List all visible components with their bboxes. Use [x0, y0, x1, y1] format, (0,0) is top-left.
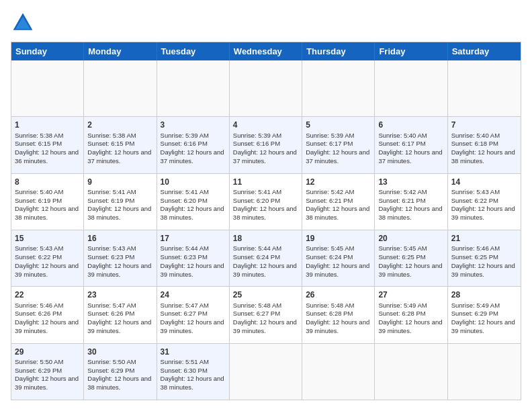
- empty-cell: [230, 60, 302, 116]
- daylight-hours: Daylight: 12 hours and 37 minutes.: [233, 148, 298, 166]
- calendar-row-1: [11, 60, 521, 116]
- day-number: 21: [451, 233, 517, 244]
- logo-icon: [11, 11, 35, 35]
- daylight-hours: Daylight: 12 hours and 36 minutes.: [15, 148, 80, 166]
- day-number: 3: [161, 120, 226, 130]
- daylight-hours: Daylight: 12 hours and 39 minutes.: [306, 318, 371, 336]
- sunset-time: Sunset: 6:26 PM: [87, 310, 152, 318]
- page: SundayMondayTuesdayWednesdayThursdayFrid…: [0, 0, 532, 411]
- daylight-hours: Daylight: 12 hours and 39 minutes.: [233, 318, 298, 336]
- sunset-time: Sunset: 6:25 PM: [378, 253, 443, 262]
- daylight-hours: Daylight: 12 hours and 38 minutes.: [161, 205, 226, 222]
- sunrise-time: Sunrise: 5:38 AM: [15, 132, 80, 140]
- day-number: 30: [87, 347, 152, 357]
- sunrise-time: Sunrise: 5:49 AM: [451, 302, 517, 310]
- daylight-hours: Daylight: 12 hours and 39 minutes.: [15, 262, 80, 279]
- sunrise-time: Sunrise: 5:41 AM: [87, 188, 152, 197]
- daylight-hours: Daylight: 12 hours and 39 minutes.: [451, 205, 517, 222]
- header-day-tuesday: Tuesday: [157, 42, 230, 60]
- header-day-sunday: Sunday: [11, 42, 84, 60]
- sunrise-time: Sunrise: 5:42 AM: [306, 188, 371, 197]
- day-number: 20: [378, 233, 443, 244]
- day-number: 28: [451, 289, 517, 300]
- calendar-row-5: 22Sunrise: 5:46 AMSunset: 6:26 PMDayligh…: [11, 286, 521, 342]
- day-number: 26: [306, 289, 371, 300]
- daylight-hours: Daylight: 12 hours and 37 minutes.: [87, 148, 152, 166]
- day-number: 29: [15, 347, 80, 357]
- day-number: 24: [161, 289, 226, 300]
- day-cell-1: 1Sunrise: 5:38 AMSunset: 6:15 PMDaylight…: [11, 117, 84, 173]
- daylight-hours: Daylight: 12 hours and 37 minutes.: [378, 148, 443, 166]
- sunset-time: Sunset: 6:27 PM: [161, 310, 226, 318]
- sunset-time: Sunset: 6:29 PM: [15, 367, 80, 375]
- sunset-time: Sunset: 6:21 PM: [306, 197, 371, 205]
- sunset-time: Sunset: 6:18 PM: [451, 140, 517, 148]
- daylight-hours: Daylight: 12 hours and 39 minutes.: [233, 262, 298, 279]
- daylight-hours: Daylight: 12 hours and 39 minutes.: [87, 262, 152, 279]
- sunset-time: Sunset: 6:30 PM: [161, 367, 226, 375]
- sunrise-time: Sunrise: 5:50 AM: [15, 358, 80, 367]
- daylight-hours: Daylight: 12 hours and 39 minutes.: [161, 262, 226, 279]
- sunset-time: Sunset: 6:21 PM: [378, 197, 443, 205]
- day-number: 14: [451, 177, 517, 187]
- calendar: SundayMondayTuesdayWednesdayThursdayFrid…: [11, 42, 521, 400]
- sunrise-time: Sunrise: 5:39 AM: [306, 132, 371, 140]
- daylight-hours: Daylight: 12 hours and 38 minutes.: [233, 205, 298, 222]
- sunrise-time: Sunrise: 5:39 AM: [233, 132, 298, 140]
- daylight-hours: Daylight: 12 hours and 39 minutes.: [15, 375, 80, 392]
- sunset-time: Sunset: 6:19 PM: [15, 197, 80, 205]
- daylight-hours: Daylight: 12 hours and 39 minutes.: [451, 318, 517, 336]
- empty-cell: [11, 60, 84, 116]
- day-cell-9: 9Sunrise: 5:41 AMSunset: 6:19 PMDaylight…: [84, 174, 157, 230]
- sunset-time: Sunset: 6:26 PM: [15, 310, 80, 318]
- sunset-time: Sunset: 6:23 PM: [87, 253, 152, 262]
- calendar-row-6: 29Sunrise: 5:50 AMSunset: 6:29 PMDayligh…: [11, 343, 521, 400]
- day-cell-2: 2Sunrise: 5:38 AMSunset: 6:15 PMDaylight…: [84, 117, 157, 173]
- header-day-saturday: Saturday: [448, 42, 521, 60]
- day-cell-11: 11Sunrise: 5:41 AMSunset: 6:20 PMDayligh…: [230, 174, 302, 230]
- sunrise-time: Sunrise: 5:38 AM: [87, 132, 152, 140]
- day-number: 13: [378, 177, 443, 187]
- day-cell-16: 16Sunrise: 5:43 AMSunset: 6:23 PMDayligh…: [84, 230, 157, 286]
- sunset-time: Sunset: 6:28 PM: [306, 310, 371, 318]
- daylight-hours: Daylight: 12 hours and 39 minutes.: [306, 262, 371, 279]
- sunrise-time: Sunrise: 5:42 AM: [378, 188, 443, 197]
- day-cell-23: 23Sunrise: 5:47 AMSunset: 6:26 PMDayligh…: [84, 287, 157, 342]
- sunrise-time: Sunrise: 5:39 AM: [161, 132, 226, 140]
- sunset-time: Sunset: 6:15 PM: [15, 140, 80, 148]
- calendar-row-3: 8Sunrise: 5:40 AMSunset: 6:19 PMDaylight…: [11, 173, 521, 230]
- daylight-hours: Daylight: 12 hours and 37 minutes.: [306, 148, 371, 166]
- day-cell-3: 3Sunrise: 5:39 AMSunset: 6:16 PMDaylight…: [157, 117, 230, 173]
- day-cell-14: 14Sunrise: 5:43 AMSunset: 6:22 PMDayligh…: [448, 174, 521, 230]
- daylight-hours: Daylight: 12 hours and 39 minutes.: [161, 318, 226, 336]
- day-number: 9: [87, 177, 152, 187]
- daylight-hours: Daylight: 12 hours and 38 minutes.: [15, 205, 80, 222]
- day-number: 31: [161, 347, 226, 357]
- sunset-time: Sunset: 6:23 PM: [161, 253, 226, 262]
- day-number: 1: [15, 120, 80, 130]
- daylight-hours: Daylight: 12 hours and 37 minutes.: [161, 148, 226, 166]
- day-cell-29: 29Sunrise: 5:50 AMSunset: 6:29 PMDayligh…: [11, 344, 84, 400]
- day-cell-26: 26Sunrise: 5:48 AMSunset: 6:28 PMDayligh…: [302, 287, 375, 342]
- daylight-hours: Daylight: 12 hours and 39 minutes.: [87, 318, 152, 336]
- sunrise-time: Sunrise: 5:45 AM: [306, 244, 371, 253]
- day-number: 7: [451, 120, 517, 130]
- calendar-header: SundayMondayTuesdayWednesdayThursdayFrid…: [11, 42, 521, 60]
- day-number: 2: [87, 120, 152, 130]
- sunset-time: Sunset: 6:15 PM: [87, 140, 152, 148]
- daylight-hours: Daylight: 12 hours and 38 minutes.: [451, 148, 517, 166]
- sunrise-time: Sunrise: 5:43 AM: [15, 244, 80, 253]
- day-cell-15: 15Sunrise: 5:43 AMSunset: 6:22 PMDayligh…: [11, 230, 84, 286]
- day-cell-24: 24Sunrise: 5:47 AMSunset: 6:27 PMDayligh…: [157, 287, 230, 342]
- daylight-hours: Daylight: 12 hours and 39 minutes.: [378, 262, 443, 279]
- day-cell-13: 13Sunrise: 5:42 AMSunset: 6:21 PMDayligh…: [375, 174, 447, 230]
- day-cell-5: 5Sunrise: 5:39 AMSunset: 6:17 PMDaylight…: [302, 117, 375, 173]
- day-number: 18: [233, 233, 298, 244]
- logo: [11, 11, 38, 35]
- daylight-hours: Daylight: 12 hours and 39 minutes.: [451, 262, 517, 279]
- daylight-hours: Daylight: 12 hours and 38 minutes.: [306, 205, 371, 222]
- day-number: 12: [306, 177, 371, 187]
- day-cell-19: 19Sunrise: 5:45 AMSunset: 6:24 PMDayligh…: [302, 230, 375, 286]
- sunrise-time: Sunrise: 5:43 AM: [451, 188, 517, 197]
- empty-cell: [375, 60, 447, 116]
